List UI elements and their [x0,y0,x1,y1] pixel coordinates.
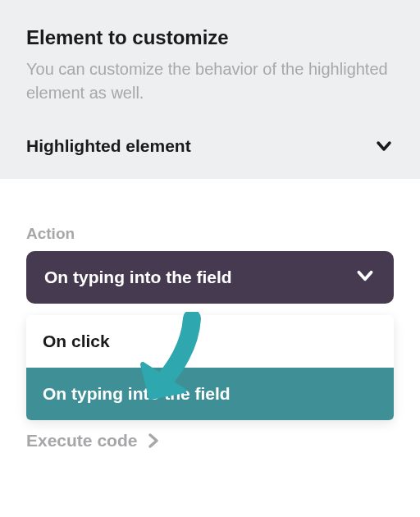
accordion-label: Highlighted element [26,136,191,156]
highlighted-element-accordion[interactable]: Highlighted element [26,128,394,161]
option-label: On typing into the field [43,384,231,404]
execute-code-row[interactable]: Execute code [26,431,160,451]
option-label: On click [43,332,110,351]
action-option-on-click[interactable]: On click [26,315,394,368]
action-option-on-typing[interactable]: On typing into the field [26,368,394,420]
panel-title: Element to customize [26,26,394,49]
customize-panel: Element to customize You can customize t… [0,0,420,179]
action-select[interactable]: On typing into the field [26,251,394,304]
action-dropdown: On click On typing into the field [26,315,394,420]
chevron-down-icon [354,265,376,291]
action-select-value: On typing into the field [44,268,232,287]
action-section: Execute code Action On typing into the f… [0,179,420,420]
action-field-label: Action [26,225,394,243]
chevron-down-icon [374,136,394,156]
panel-subtitle: You can customize the behavior of the hi… [26,57,394,105]
chevron-right-icon [147,432,160,449]
execute-code-label: Execute code [26,431,137,451]
